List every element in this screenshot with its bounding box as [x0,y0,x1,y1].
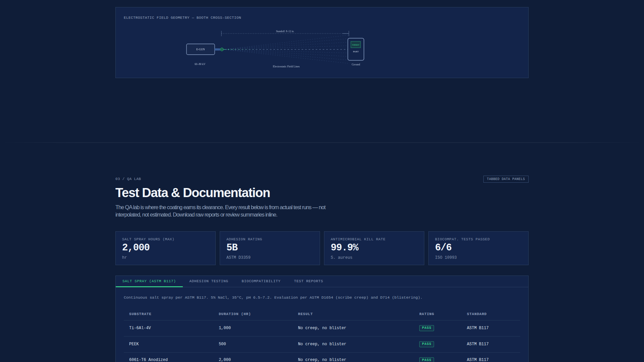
svg-text:E-GUN: E-GUN [196,48,205,51]
svg-text:Ground: Ground [352,63,360,66]
svg-text:Electrostatic Field Lines: Electrostatic Field Lines [273,65,300,68]
svg-text:Standoff: 8–12 in.: Standoff: 8–12 in. [276,30,294,33]
svg-text:PART: PART [353,50,359,53]
svg-text:60–80 kV: 60–80 kV [195,63,206,66]
svg-text:FARADAY: FARADAY [352,44,360,46]
